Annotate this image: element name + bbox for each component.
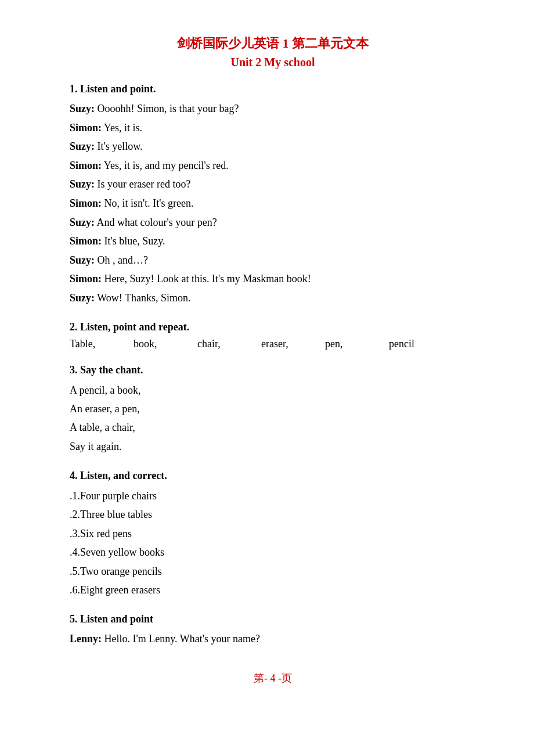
speaker-label: Suzy: [70,103,95,114]
section-3: 3. Say the chant. A pencil, a book, An e… [70,364,476,456]
dialogue-text: No, it isn't. It's green. [104,197,194,209]
speaker-label: Lenny: [70,633,102,645]
list-item: .4.Seven yellow books [70,543,476,561]
dialogue-text: Wow! Thanks, Simon. [97,292,190,304]
section-1-dialogue: Suzy: Oooohh! Simon, is that your bag? S… [70,100,476,307]
vocab-item: chair, [197,338,261,350]
chant-line: A pencil, a book, [70,381,476,399]
dialogue-line: Suzy: It's yellow. [70,138,476,156]
speaker-label: Simon: [70,273,102,285]
dialogue-text: Yes, it is. [104,122,142,134]
dialogue-line: Suzy: Is your eraser red too? [70,175,476,193]
list-item: .5.Two orange pencils [70,562,476,581]
dialogue-line: Suzy: Oooohh! Simon, is that your bag? [70,100,476,118]
dialogue-text: It's yellow. [98,141,143,152]
dialogue-text: Hello. I'm Lenny. What's your name? [104,633,260,645]
section-3-heading: 3. Say the chant. [70,364,476,376]
list-item: .1.Four purple chairs [70,487,476,505]
page-footer: 第- 4 -页 [70,671,476,685]
vocab-item: pen, [325,338,389,350]
vocab-item: book, [134,338,197,350]
dialogue-text: Oh , and…? [98,254,148,266]
vocab-item: eraser, [261,338,325,350]
page-title-unit: Unit 2 My school [70,56,476,69]
speaker-label: Simon: [70,235,102,247]
chant-line: A table, a chair, [70,418,476,437]
section-5-heading: 5. Listen and point [70,613,476,625]
dialogue-line: Simon: Yes, it is. [70,119,476,137]
speaker-label: Simon: [70,122,102,134]
chant-content: A pencil, a book, An eraser, a pen, A ta… [70,381,476,456]
chant-line: An eraser, a pen, [70,399,476,418]
dialogue-text: And what colour's your pen? [97,217,217,228]
speaker-label: Suzy: [70,178,95,190]
dialogue-text: Here, Suzy! Look at this. It's my Maskma… [104,273,311,285]
dialogue-line: Suzy: And what colour's your pen? [70,214,476,232]
dialogue-line: Simon: Here, Suzy! Look at this. It's my… [70,270,476,288]
dialogue-text: Oooohh! Simon, is that your bag? [98,103,239,114]
section-2-heading: 2. Listen, point and repeat. [70,321,476,333]
vocab-item: Table, [70,338,134,350]
section-1: 1. Listen and point. Suzy: Oooohh! Simon… [70,83,476,307]
chant-line: Say it again. [70,437,476,456]
dialogue-text: Yes, it is, and my pencil's red. [104,160,229,171]
section-4-heading: 4. Listen, and correct. [70,470,476,482]
dialogue-line: Simon: No, it isn't. It's green. [70,195,476,213]
dialogue-line: Suzy: Oh , and…? [70,251,476,269]
list-item: .6.Eight green erasers [70,581,476,599]
speaker-label: Suzy: [70,292,95,304]
dialogue-line: Simon: It's blue, Suzy. [70,232,476,250]
dialogue-line: Simon: Yes, it is, and my pencil's red. [70,157,476,175]
speaker-label: Suzy: [70,217,95,228]
vocab-item: pencil [389,338,453,350]
section-5: 5. Listen and point Lenny: Hello. I'm Le… [70,613,476,648]
section-4: 4. Listen, and correct. .1.Four purple c… [70,470,476,599]
dialogue-text: Is your eraser red too? [98,178,191,190]
speaker-label: Suzy: [70,141,95,152]
speaker-label: Simon: [70,197,102,209]
page-title-chinese: 剑桥国际少儿英语 1 第二单元文本 [70,35,476,52]
section-4-list: .1.Four purple chairs .2.Three blue tabl… [70,487,476,599]
speaker-label: Simon: [70,160,102,171]
vocabulary-row: Table, book, chair, eraser, pen, pencil [70,338,476,350]
speaker-label: Suzy: [70,254,95,266]
dialogue-line: Suzy: Wow! Thanks, Simon. [70,289,476,307]
section-1-heading: 1. Listen and point. [70,83,476,95]
dialogue-text: It's blue, Suzy. [104,235,165,247]
dialogue-line: Lenny: Hello. I'm Lenny. What's your nam… [70,630,476,648]
section-2: 2. Listen, point and repeat. Table, book… [70,321,476,350]
list-item: .3.Six red pens [70,524,476,543]
list-item: .2.Three blue tables [70,505,476,524]
